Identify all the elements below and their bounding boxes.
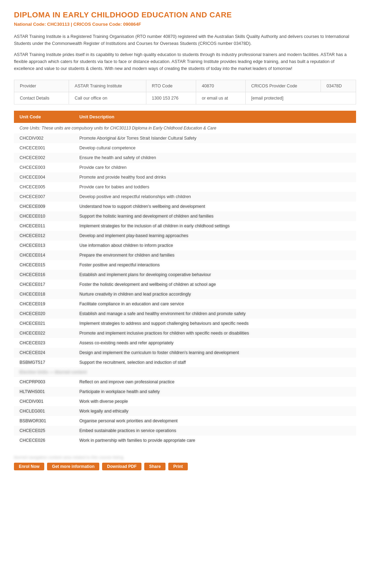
table-row: CHCECE021 Implement strategies to addres… xyxy=(14,319,356,328)
provider-name: ASTAR Training Institute xyxy=(69,80,146,92)
footer-bar: blurred navigation content area related … xyxy=(14,452,356,472)
provider-row: Provider ASTAR Training Institute RTO Co… xyxy=(14,80,356,92)
unit-description: Support the holistic learning and develo… xyxy=(74,211,356,221)
table-row: CHCECE019 Facilitate compliance in an ed… xyxy=(14,299,356,309)
table-row: CHCECE010 Support the holistic learning … xyxy=(14,211,356,221)
table-row: CHCECE005 Provide care for babies and to… xyxy=(14,182,356,192)
unit-code: CHCECE012 xyxy=(14,231,74,241)
table-row: CHCECE009 Understand how to support chil… xyxy=(14,202,356,211)
unit-description: Participate in workplace health and safe… xyxy=(74,387,356,397)
unit-description: Foster positive and respectful interacti… xyxy=(74,260,356,270)
enrol-now-button[interactable]: Enrol Now xyxy=(14,463,44,470)
table-row: CHCECE015 Foster positive and respectful… xyxy=(14,260,356,270)
table-row: CHCECE025 Embed sustainable practices in… xyxy=(14,426,356,436)
table-row: BSBMGT517 Support the recruitment, selec… xyxy=(14,358,356,367)
table-row: CHCECE007 Develop positive and respectfu… xyxy=(14,192,356,202)
unit-code: BSBMGT517 xyxy=(14,358,74,367)
unit-description: Ensure the health and safety of children xyxy=(74,153,356,163)
core-units-label: Core Units: These units are compulsory u… xyxy=(14,123,356,133)
table-row: CHCECE003 Provide care for children xyxy=(14,163,356,172)
unit-code-header: Unit Code xyxy=(14,111,74,123)
unit-code: CHCECE021 xyxy=(14,319,74,328)
table-row: CHCECE001 Develop cultural competence xyxy=(14,143,356,153)
rto-code-value: 40870 xyxy=(196,80,246,92)
unit-code: HLTWHS001 xyxy=(14,387,74,397)
table-row: CHCDIV001 Work with diverse people xyxy=(14,397,356,406)
table-row: CHCDIV002 Promote Aboriginal &/or Torres… xyxy=(14,133,356,143)
provider-info-table: Provider ASTAR Training Institute RTO Co… xyxy=(14,80,356,104)
table-row: CHCECE011 Implement strategies for the i… xyxy=(14,221,356,231)
unit-description: Assess co-existing needs and refer appro… xyxy=(74,338,356,348)
unit-code: CHCECE007 xyxy=(14,192,74,202)
unit-code: CHCECE009 xyxy=(14,202,74,211)
unit-description: Foster the holistic development and well… xyxy=(74,280,356,289)
unit-description: Develop positive and respectful relation… xyxy=(74,192,356,202)
contact-email-value: [email protected] xyxy=(245,92,356,104)
table-row: CHCECE022 Promote and implement inclusiv… xyxy=(14,328,356,338)
unit-description: Facilitate compliance in an education an… xyxy=(74,299,356,309)
unit-code: CHCECE022 xyxy=(14,328,74,338)
unit-description: Nurture creativity in children and lead … xyxy=(74,289,356,299)
unit-description: Provide care for children xyxy=(74,163,356,172)
table-row: CHCECE013 Use information about children… xyxy=(14,241,356,250)
unit-code: CHCECE023 xyxy=(14,338,74,348)
unit-code: CHCECE005 xyxy=(14,182,74,192)
table-row: CHCECE017 Foster the holistic developmen… xyxy=(14,280,356,289)
table-row: CHCECE014 Prepare the environment for ch… xyxy=(14,250,356,260)
get-more-info-button[interactable]: Get more information xyxy=(47,463,99,470)
elective-units-header-row: Elective Units — blurred content xyxy=(14,367,356,377)
unit-description: Provide care for babies and toddlers xyxy=(74,182,356,192)
cricos-label: CRICOS Provider Code xyxy=(245,80,321,92)
unit-code: CHCECE003 xyxy=(14,163,74,172)
core-units-header-row: Core Units: These units are compulsory u… xyxy=(14,123,356,133)
table-row: CHCECE016 Establish and implement plans … xyxy=(14,270,356,280)
unit-code: CHCECE002 xyxy=(14,153,74,163)
rto-code-label: RTO Code xyxy=(146,80,196,92)
contact-phone: 1300 153 276 xyxy=(146,92,196,104)
footer-tags[interactable]: Enrol Now Get more information Download … xyxy=(14,463,356,470)
table-row: CHCLEG001 Work legally and ethically xyxy=(14,406,356,416)
table-row: CHCECE026 Work in partnership with famil… xyxy=(14,436,356,445)
share-button[interactable]: Share xyxy=(144,463,165,470)
national-code: National Code: CHC30113 | CRICOS Course … xyxy=(14,22,356,27)
unit-description: Develop cultural competence xyxy=(74,143,356,153)
unit-description: Support the recruitment, selection and i… xyxy=(74,358,356,367)
print-button[interactable]: Print xyxy=(168,463,187,470)
unit-code: CHCECE020 xyxy=(14,309,74,319)
unit-code: CHCECE015 xyxy=(14,260,74,270)
unit-description: Develop and implement play-based learnin… xyxy=(74,231,356,241)
page-title: DIPLOMA IN EARLY CHILDHOOD EDUCATION AND… xyxy=(14,10,356,19)
download-pdf-button[interactable]: Download PDF xyxy=(102,463,141,470)
unit-code: CHCECE025 xyxy=(14,426,74,436)
table-row: CHCECE002 Ensure the health and safety o… xyxy=(14,153,356,163)
unit-description: Work with diverse people xyxy=(74,397,356,406)
unit-code: CHCLEG001 xyxy=(14,406,74,416)
unit-description: Use information about children to inform… xyxy=(74,241,356,250)
unit-description: Work in partnership with families to pro… xyxy=(74,436,356,445)
elective-label: Elective Units — blurred content xyxy=(14,367,356,377)
unit-table-header-row: Unit Code Unit Description xyxy=(14,111,356,123)
table-row: CHCECE023 Assess co-existing needs and r… xyxy=(14,338,356,348)
footer-blurred-text: blurred navigation content area related … xyxy=(14,455,356,460)
table-row: BSBWOR301 Organise personal work priorit… xyxy=(14,416,356,426)
unit-code: CHCECE014 xyxy=(14,250,74,260)
unit-description: Establish and manage a safe and healthy … xyxy=(74,309,356,319)
unit-description: Design and implement the curriculum to f… xyxy=(74,348,356,358)
cricos-value: 03478D xyxy=(321,80,356,92)
unit-code: CHCECE019 xyxy=(14,299,74,309)
contact-row: Contact Details Call our office on 1300 … xyxy=(14,92,356,104)
unit-code: CHCECE011 xyxy=(14,221,74,231)
contact-label: Contact Details xyxy=(14,92,69,104)
unit-description: Implement strategies to address and supp… xyxy=(74,319,356,328)
unit-description: Understand how to support children's wel… xyxy=(74,202,356,211)
unit-code: CHCECE004 xyxy=(14,172,74,182)
unit-description-header: Unit Description xyxy=(74,111,356,123)
unit-description: Embed sustainable practices in service o… xyxy=(74,426,356,436)
table-row: CHCECE004 Promote and provide healthy fo… xyxy=(14,172,356,182)
table-row: CHCECE020 Establish and manage a safe an… xyxy=(14,309,356,319)
unit-description: Implement strategies for the inclusion o… xyxy=(74,221,356,231)
unit-description: Establish and implement plans for develo… xyxy=(74,270,356,280)
unit-description: Prepare the environment for children and… xyxy=(74,250,356,260)
table-row: CHCECE024 Design and implement the curri… xyxy=(14,348,356,358)
unit-description: Promote Aboriginal &/or Torres Strait Is… xyxy=(74,133,356,143)
